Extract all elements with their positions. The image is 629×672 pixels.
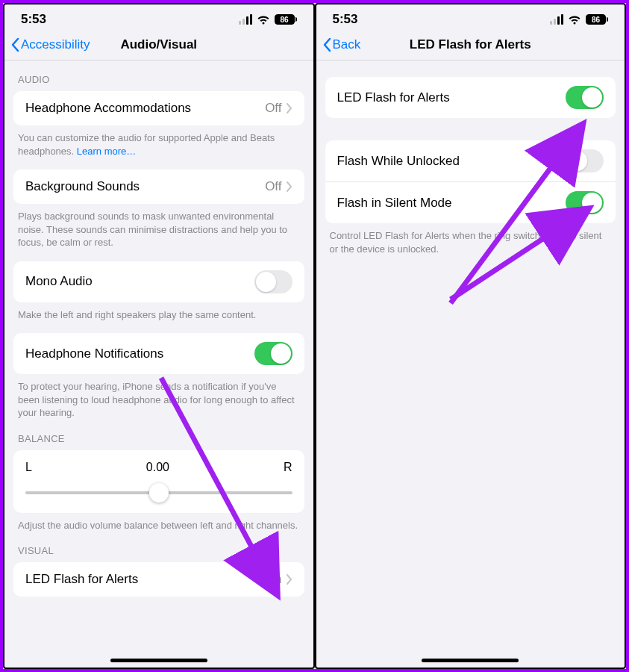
- status-bar: 5:53 86: [316, 4, 625, 31]
- balance-card: L 0.00 R: [13, 450, 304, 513]
- headphone-notifications-row: Headphone Notifications: [13, 333, 304, 374]
- left-phone: 5:53 86 Accessibility Audio/Visual AUDIO…: [3, 3, 315, 669]
- chevron-right-icon: [287, 181, 292, 192]
- headphone-notifications-toggle[interactable]: [254, 342, 292, 365]
- back-button[interactable]: Back: [322, 37, 361, 52]
- balance-right-label: R: [284, 461, 292, 474]
- balance-value: 0.00: [146, 461, 169, 474]
- chevron-left-icon: [322, 37, 331, 52]
- row-label: Headphone Accommodations: [25, 101, 191, 116]
- page-title: LED Flash for Alerts: [410, 37, 531, 52]
- signal-icon: [239, 14, 252, 25]
- row-value: On: [265, 572, 282, 587]
- back-button[interactable]: Accessibility: [10, 37, 90, 52]
- flash-silent-row: Flash in Silent Mode: [325, 181, 616, 223]
- visual-section-header: VISUAL: [4, 532, 313, 562]
- row-label: Flash in Silent Mode: [337, 196, 452, 211]
- status-time: 5:53: [333, 12, 358, 27]
- balance-note: Adjust the audio volume balance between …: [4, 513, 313, 532]
- headphone-accommodations-row[interactable]: Headphone Accommodations Off: [13, 91, 304, 125]
- row-label: Mono Audio: [25, 274, 93, 289]
- back-label: Back: [333, 37, 361, 52]
- balance-slider[interactable]: [25, 483, 292, 503]
- mono-audio-toggle[interactable]: [254, 270, 292, 293]
- balance-left-label: L: [25, 461, 32, 474]
- home-indicator[interactable]: [110, 659, 207, 662]
- row-label: Background Sounds: [25, 179, 140, 194]
- page-title: Audio/Visual: [120, 37, 197, 52]
- home-indicator[interactable]: [422, 659, 519, 662]
- status-bar: 5:53 86: [4, 4, 313, 31]
- headphone-note: You can customize the audio for supporte…: [4, 125, 313, 158]
- chevron-left-icon: [10, 37, 19, 52]
- row-label: LED Flash for Alerts: [337, 90, 450, 105]
- status-time: 5:53: [21, 12, 46, 27]
- led-flash-toggle[interactable]: [566, 86, 604, 109]
- row-label: Headphone Notifications: [25, 346, 163, 361]
- wifi-icon: [568, 15, 581, 25]
- led-flash-main-row: LED Flash for Alerts: [325, 77, 616, 118]
- wifi-icon: [257, 15, 270, 25]
- led-flash-row[interactable]: LED Flash for Alerts On: [13, 562, 304, 597]
- audio-section-header: AUDIO: [4, 60, 313, 91]
- battery-icon: 86: [586, 14, 608, 25]
- balance-section-header: BALANCE: [4, 420, 313, 450]
- row-value: Off: [265, 179, 281, 194]
- right-phone: 5:53 86 Back LED Flash for Alerts LED Fl…: [315, 3, 627, 669]
- row-value: Off: [265, 101, 281, 116]
- flash-silent-toggle[interactable]: [566, 191, 604, 214]
- hp-notif-note: To protect your hearing, iPhone sends a …: [4, 374, 313, 420]
- nav-bar: Back LED Flash for Alerts: [316, 31, 625, 60]
- led-note: Control LED Flash for Alerts when the ri…: [316, 223, 625, 255]
- signal-icon: [550, 14, 563, 25]
- chevron-right-icon: [287, 103, 292, 113]
- flash-unlocked-row: Flash While Unlocked: [325, 140, 616, 181]
- flash-unlocked-toggle[interactable]: [566, 149, 604, 172]
- background-sounds-row[interactable]: Background Sounds Off: [13, 169, 304, 204]
- learn-more-link[interactable]: Learn more…: [77, 146, 136, 157]
- background-note: Plays background sounds to mask unwanted…: [4, 204, 313, 249]
- row-label: LED Flash for Alerts: [25, 572, 138, 587]
- chevron-right-icon: [287, 574, 292, 585]
- mono-note: Make the left and right speakers play th…: [4, 302, 313, 322]
- back-label: Accessibility: [21, 37, 90, 52]
- nav-bar: Accessibility Audio/Visual: [4, 31, 313, 60]
- row-label: Flash While Unlocked: [337, 154, 460, 169]
- mono-audio-row: Mono Audio: [13, 261, 304, 302]
- battery-icon: 86: [275, 14, 297, 25]
